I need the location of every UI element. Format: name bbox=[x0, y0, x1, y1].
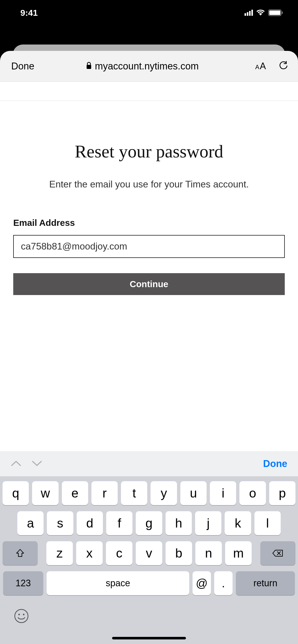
key-u[interactable]: u bbox=[180, 481, 207, 505]
keyboard: Done qwertyuiop asdfghjkl zxcvbnm 123 sp… bbox=[0, 451, 298, 644]
url-text: myaccount.nytimes.com bbox=[95, 61, 199, 72]
keyboard-prev-icon[interactable] bbox=[11, 460, 21, 468]
key-p[interactable]: p bbox=[269, 481, 295, 505]
svg-rect-0 bbox=[87, 65, 91, 69]
key-y[interactable]: y bbox=[151, 481, 177, 505]
key-g[interactable]: g bbox=[136, 511, 162, 535]
svg-point-2 bbox=[18, 614, 20, 615]
return-key[interactable]: return bbox=[236, 571, 295, 595]
key-r[interactable]: r bbox=[91, 481, 118, 505]
browser-toolbar: Done myaccount.nytimes.com AA bbox=[0, 51, 298, 81]
done-button[interactable]: Done bbox=[11, 61, 34, 72]
address-bar[interactable]: myaccount.nytimes.com bbox=[42, 61, 242, 72]
key-w[interactable]: w bbox=[32, 481, 58, 505]
at-key[interactable]: @ bbox=[193, 571, 211, 595]
keyboard-nav bbox=[11, 460, 42, 468]
shift-key[interactable] bbox=[3, 541, 38, 565]
email-field[interactable] bbox=[13, 235, 285, 258]
key-z[interactable]: z bbox=[46, 541, 73, 565]
battery-icon bbox=[268, 9, 283, 16]
emoji-button[interactable] bbox=[14, 608, 29, 625]
svg-point-1 bbox=[15, 609, 28, 623]
status-time: 9:41 bbox=[20, 8, 38, 18]
key-m[interactable]: m bbox=[225, 541, 252, 565]
status-bar: 9:41 bbox=[0, 0, 298, 25]
key-e[interactable]: e bbox=[62, 481, 88, 505]
reader-text-size-button[interactable]: AA bbox=[255, 61, 266, 71]
web-page-content: Reset your password Enter the email you … bbox=[0, 81, 298, 491]
key-b[interactable]: b bbox=[166, 541, 192, 565]
backspace-key[interactable] bbox=[260, 541, 295, 565]
key-x[interactable]: x bbox=[76, 541, 103, 565]
key-o[interactable]: o bbox=[239, 481, 266, 505]
keyboard-toolbar: Done bbox=[0, 451, 298, 477]
key-a[interactable]: a bbox=[17, 511, 44, 535]
wifi-icon bbox=[256, 9, 265, 17]
space-key[interactable]: space bbox=[47, 571, 189, 595]
cellular-signal-icon bbox=[245, 10, 253, 16]
keyboard-next-icon[interactable] bbox=[32, 460, 42, 468]
svg-point-3 bbox=[23, 614, 24, 615]
key-f[interactable]: f bbox=[106, 511, 132, 535]
key-k[interactable]: k bbox=[225, 511, 251, 535]
refresh-button[interactable] bbox=[279, 61, 288, 72]
key-v[interactable]: v bbox=[136, 541, 162, 565]
key-q[interactable]: q bbox=[3, 481, 29, 505]
continue-button[interactable]: Continue bbox=[13, 273, 285, 295]
email-label: Email Address bbox=[13, 218, 285, 228]
key-l[interactable]: l bbox=[254, 511, 281, 535]
page-title: Reset your password bbox=[13, 142, 285, 161]
key-n[interactable]: n bbox=[195, 541, 222, 565]
browser-sheet: Done myaccount.nytimes.com AA Reset your… bbox=[0, 51, 298, 491]
page-subtitle: Enter the email you use for your Times a… bbox=[13, 179, 285, 190]
dot-key[interactable]: . bbox=[214, 571, 233, 595]
key-j[interactable]: j bbox=[195, 511, 221, 535]
lock-icon bbox=[86, 62, 92, 70]
key-i[interactable]: i bbox=[210, 481, 236, 505]
home-indicator[interactable] bbox=[112, 637, 186, 639]
key-h[interactable]: h bbox=[166, 511, 192, 535]
key-d[interactable]: d bbox=[77, 511, 103, 535]
key-c[interactable]: c bbox=[106, 541, 132, 565]
status-icons bbox=[245, 9, 283, 17]
key-s[interactable]: s bbox=[47, 511, 73, 535]
key-t[interactable]: t bbox=[121, 481, 147, 505]
numbers-key[interactable]: 123 bbox=[3, 571, 43, 595]
keyboard-done-button[interactable]: Done bbox=[263, 458, 287, 469]
